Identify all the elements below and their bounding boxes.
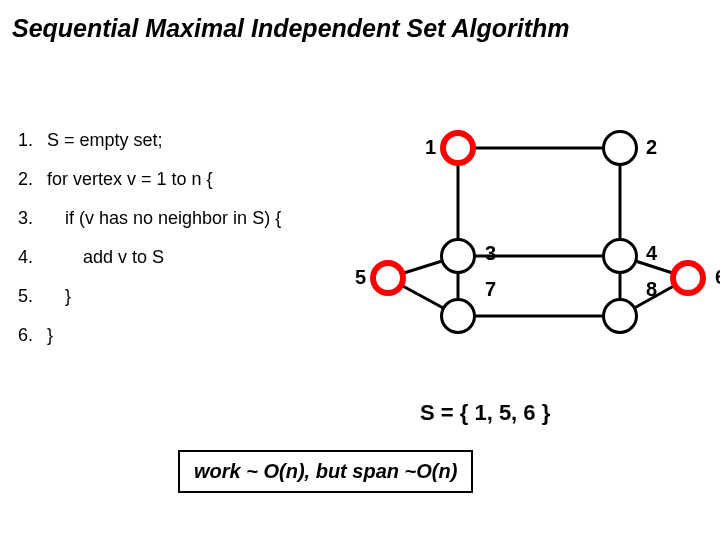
graph-node-label-6: 6 <box>715 266 720 289</box>
algo-step-1: 1. S = empty set; <box>18 130 338 151</box>
graph-diagram: 12345678 <box>370 130 700 360</box>
graph-node-8 <box>602 298 638 334</box>
graph-node-label-5: 5 <box>355 266 366 289</box>
step-number: 3. <box>18 208 42 229</box>
result-set: S = { 1, 5, 6 } <box>420 400 550 426</box>
graph-node-3 <box>440 238 476 274</box>
complexity-box: work ~ O(n), but span ~O(n) <box>178 450 473 493</box>
algo-step-4: 4. add v to S <box>18 247 338 268</box>
algo-step-2: 2. for vertex v = 1 to n { <box>18 169 338 190</box>
step-text: S = empty set; <box>47 130 163 150</box>
step-number: 1. <box>18 130 42 151</box>
graph-node-7 <box>440 298 476 334</box>
step-text: add v to S <box>47 247 164 267</box>
step-number: 4. <box>18 247 42 268</box>
algorithm-listing: 1. S = empty set; 2. for vertex v = 1 to… <box>18 130 338 364</box>
step-number: 2. <box>18 169 42 190</box>
algo-step-3: 3. if (v has no neighbor in S) { <box>18 208 338 229</box>
graph-node-label-3: 3 <box>485 242 496 265</box>
algo-step-6: 6. } <box>18 325 338 346</box>
graph-node-label-7: 7 <box>485 278 496 301</box>
graph-edges <box>370 130 720 360</box>
algo-step-5: 5. } <box>18 286 338 307</box>
complexity-text: work ~ O(n), but span ~O(n) <box>194 460 457 482</box>
graph-node-label-1: 1 <box>425 136 436 159</box>
graph-node-6 <box>670 260 706 296</box>
graph-node-5 <box>370 260 406 296</box>
page-title: Sequential Maximal Independent Set Algor… <box>12 14 569 43</box>
step-text: if (v has no neighbor in S) { <box>47 208 281 228</box>
graph-node-label-8: 8 <box>646 278 657 301</box>
graph-node-2 <box>602 130 638 166</box>
graph-node-4 <box>602 238 638 274</box>
step-text: for vertex v = 1 to n { <box>47 169 213 189</box>
step-number: 5. <box>18 286 42 307</box>
step-number: 6. <box>18 325 42 346</box>
graph-node-label-4: 4 <box>646 242 657 265</box>
graph-node-1 <box>440 130 476 166</box>
step-text: } <box>47 325 53 345</box>
step-text: } <box>47 286 71 306</box>
graph-node-label-2: 2 <box>646 136 657 159</box>
